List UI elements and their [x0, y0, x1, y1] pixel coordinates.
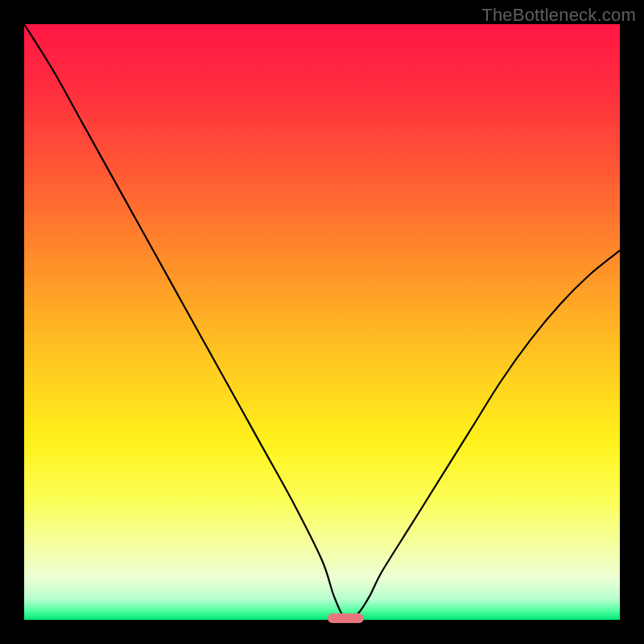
chart-frame: TheBottleneck.com	[0, 0, 644, 644]
watermark-text: TheBottleneck.com	[481, 5, 636, 26]
bottleneck-curve	[24, 24, 620, 620]
optimum-marker	[328, 613, 363, 623]
